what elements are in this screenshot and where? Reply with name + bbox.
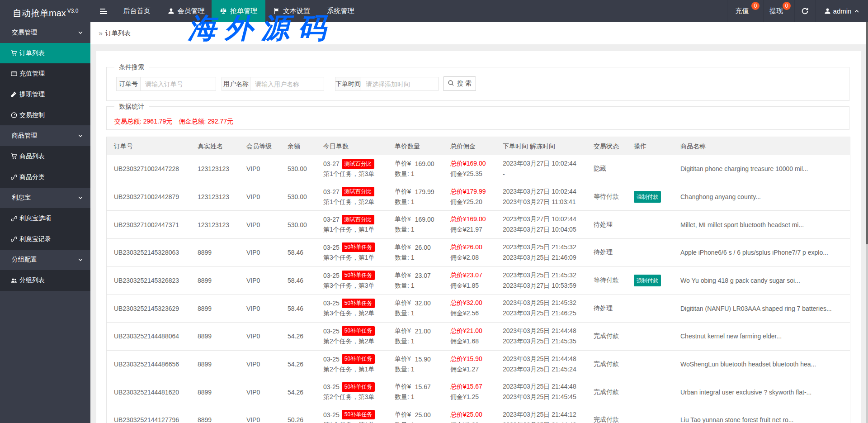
- page-scrollbar[interactable]: [866, 22, 868, 423]
- order-date: 03-27: [323, 216, 340, 223]
- column-header-1: 真实姓名: [198, 143, 223, 151]
- task-badge: 50补单任务: [342, 382, 375, 392]
- unfreeze-time: 2023年03月27日 10:53:59: [503, 281, 576, 290]
- unit-price: 单价¥32.00: [395, 298, 431, 308]
- today-orders-line1: 03-2550补单任务: [323, 410, 375, 420]
- sidebar-group-interest-treasure[interactable]: 利息宝: [0, 188, 90, 209]
- order-number: UB2303252144488064: [114, 323, 179, 350]
- task-progress: 第3个任务，第1单: [323, 253, 375, 262]
- sidebar-item-label: 充值管理: [19, 70, 45, 78]
- sidebar-item-group-list[interactable]: 分组列表: [0, 270, 90, 291]
- total-price: 总价¥32.00: [450, 298, 482, 308]
- order-time: 2023年03月25日 21:44:48: [503, 354, 576, 364]
- task-progress: 第1个任务，第1单: [323, 421, 375, 423]
- trade-status: 完成付款: [594, 406, 619, 423]
- sidebar-item-trade-control[interactable]: 交易控制: [0, 105, 90, 126]
- real-name: 8899: [198, 378, 212, 406]
- recharge-menu-item[interactable]: 充值0: [727, 0, 763, 22]
- chevron-down-icon: [78, 257, 83, 262]
- menu-toggle-icon[interactable]: [96, 0, 111, 22]
- commission: 佣金¥25.20: [450, 198, 482, 207]
- sidebar-item-label: 提现管理: [19, 90, 45, 99]
- withdraw-menu-item[interactable]: 提现0: [763, 0, 794, 22]
- total-price: 总价¥169.00: [450, 159, 486, 169]
- vip-level: VIP0: [246, 239, 260, 266]
- order-no-input[interactable]: [141, 77, 216, 90]
- task-badge: 测试百分比: [342, 187, 374, 196]
- order-number: UB2303271002447371: [114, 211, 179, 238]
- real-name: 8899: [198, 267, 212, 295]
- search-button[interactable]: 搜 索: [443, 76, 476, 91]
- app-version: V3.0: [67, 8, 79, 14]
- quantity: 数量: 1: [395, 170, 415, 179]
- balance: 58.46: [288, 295, 303, 322]
- order-time: 2023年03月25日 21:44:12: [503, 410, 576, 420]
- admin-user-menu[interactable]: admin: [815, 0, 868, 22]
- order-time: 2023年03月27日 10:02:44: [503, 214, 576, 224]
- total-price: 总价¥169.00: [450, 214, 486, 224]
- sidebar-group-product-management[interactable]: 商品管理: [0, 125, 90, 146]
- real-name: 8899: [198, 406, 212, 423]
- table-row: UB2303271002447371123123123VIP0530.0003-…: [107, 211, 850, 239]
- sidebar-item-product-category[interactable]: 商品分类: [0, 167, 90, 188]
- real-name: 123123123: [198, 211, 229, 238]
- commission: 佣金¥25.35: [450, 170, 482, 179]
- sidebar-item-withdraw-management[interactable]: 提现管理: [0, 84, 90, 105]
- users-icon: [11, 277, 17, 284]
- order-time: 2023年03月27日 10:02:44: [503, 159, 576, 169]
- total-price: 总价¥21.00: [450, 326, 482, 336]
- search-field-label: 用户名称: [222, 77, 250, 90]
- scrollbar-thumb[interactable]: [866, 22, 868, 244]
- quantity: 数量: 1: [395, 253, 415, 262]
- unit-price: 单价¥15.90: [395, 354, 431, 364]
- column-header-7: 下单时间 解冻时间: [503, 143, 555, 151]
- today-orders-line1: 03-2550补单任务: [323, 271, 375, 280]
- commission: 佣金¥1.68: [450, 337, 479, 346]
- commission: 佣金¥1.25: [450, 393, 479, 402]
- product-name: Millet, MI millet sport bluetooth headse…: [680, 211, 804, 238]
- order-time-input[interactable]: [361, 77, 438, 90]
- column-header-0: 订单号: [114, 143, 133, 151]
- trade-status: 完成付款: [594, 323, 619, 350]
- force-pay-button[interactable]: 强制付款: [634, 275, 661, 286]
- sidebar-item-interest-records[interactable]: 利息宝记录: [0, 229, 90, 250]
- order-number: UB2303252144127796: [114, 406, 179, 423]
- total-price: 总价¥15.90: [450, 354, 482, 364]
- quantity: 数量: 1: [395, 198, 415, 207]
- unit-price: 单价¥26.00: [395, 242, 431, 252]
- sidebar-group-trade-management[interactable]: 交易管理: [0, 22, 90, 43]
- table-row: UB2303271002447228123123123VIP0530.0003-…: [107, 155, 850, 183]
- inner-scrollbar-track[interactable]: [861, 44, 866, 423]
- app-logo: 自动抢单maxV3.0: [13, 0, 78, 22]
- vip-level: VIP0: [246, 211, 260, 238]
- unfreeze-time: 2023年03月25日 21:45:35: [503, 337, 576, 346]
- column-header-5: 单价数量: [395, 143, 420, 151]
- sidebar-item-order-list[interactable]: 订单列表: [0, 43, 90, 64]
- quantity: 数量: 1: [395, 309, 415, 318]
- order-date: 03-27: [323, 160, 340, 167]
- column-header-9: 操作: [634, 143, 646, 151]
- nav-item-home[interactable]: 后台首页: [114, 0, 159, 22]
- sidebar-item-interest-options[interactable]: 利息宝选项: [0, 208, 90, 229]
- sidebar-group-group-config[interactable]: 分组配置: [0, 250, 90, 271]
- real-name: 8899: [198, 239, 212, 266]
- unfreeze-time: 2023年03月25日 21:44:48: [503, 421, 576, 423]
- orders-table: 订单号真实姓名会员等级余额今日单数单价数量总价佣金下单时间 解冻时间交易状态操作…: [106, 137, 850, 423]
- username-input[interactable]: [250, 77, 324, 90]
- sidebar-item-product-list[interactable]: 商品列表: [0, 146, 90, 167]
- task-progress: 第3个任务，第3单: [323, 281, 375, 290]
- admin-username: admin: [833, 7, 852, 15]
- order-number: UB2303252145323629: [114, 295, 179, 322]
- vip-level: VIP0: [246, 406, 260, 423]
- order-date: 03-25: [323, 272, 340, 279]
- sidebar-group-label: 交易管理: [12, 29, 37, 37]
- column-header-6: 总价佣金: [450, 143, 476, 151]
- sidebar-item-recharge-management[interactable]: 充值管理: [0, 63, 90, 84]
- commission: 佣金¥1.27: [450, 365, 479, 374]
- unfreeze-time: -: [503, 170, 505, 179]
- chevron-down-icon: [78, 195, 83, 200]
- refresh-button[interactable]: [794, 0, 815, 22]
- balance: 54.26: [288, 378, 303, 406]
- force-pay-button[interactable]: 强制付款: [634, 191, 661, 203]
- sidebar: 交易管理订单列表充值管理提现管理交易控制商品管理商品列表商品分类利息宝利息宝选项…: [0, 22, 90, 423]
